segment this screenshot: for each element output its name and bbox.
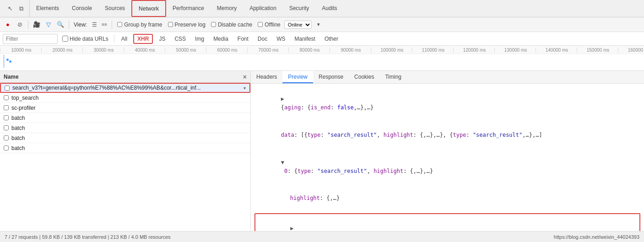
tick-130000: 130000 ms (494, 48, 536, 53)
request-name-7: batch (11, 145, 247, 151)
request-dropdown-arrow[interactable]: ▾ (244, 86, 246, 91)
stop-button[interactable]: ⊘ (15, 20, 25, 30)
preserve-log-checkbox[interactable]: Preserve log (168, 22, 206, 28)
toolbar-separator-2 (69, 21, 69, 29)
list-item[interactable]: batch (0, 133, 250, 143)
status-bar: 7 / 27 requests | 59.8 KB / 139 KB trans… (0, 231, 644, 242)
detail-panel: Headers Preview Response Cookies Timing … (251, 71, 644, 231)
json-arrow-object[interactable]: ▶ (290, 225, 293, 231)
request-checkbox-5[interactable] (4, 125, 9, 130)
json-line-highlight: highlight: {,…} (254, 185, 640, 212)
filter-bar: Hide data URLs All XHR JS CSS Img Media … (0, 32, 644, 46)
type-doc[interactable]: Doc (254, 35, 271, 43)
type-other[interactable]: Other (321, 35, 341, 43)
status-left: 7 / 27 requests | 59.8 KB / 139 KB trans… (5, 234, 171, 240)
timeline-dot-2 (9, 60, 11, 63)
request-checkbox-4[interactable] (4, 115, 9, 120)
tab-audits[interactable]: Audits (315, 0, 343, 17)
record-button[interactable]: ● (3, 20, 13, 30)
request-checkbox-3[interactable] (4, 105, 9, 110)
throttle-dropdown-icon[interactable]: ▼ (314, 20, 324, 30)
tick-50000: 50000 ms (165, 48, 206, 53)
request-name-4: batch (11, 115, 247, 121)
request-checkbox-6[interactable] (4, 135, 9, 140)
tick-160000: 160000 ms (618, 48, 644, 53)
tab-sources[interactable]: Sources (98, 0, 131, 17)
type-css[interactable]: CSS (171, 35, 189, 43)
request-checkbox-2[interactable] (4, 95, 9, 100)
detail-tab-bar: Headers Preview Response Cookies Timing (251, 71, 644, 84)
list-item[interactable]: batch (0, 123, 250, 133)
tick-30000: 30000 ms (82, 48, 124, 53)
filter-separator (114, 35, 114, 43)
selected-request-item[interactable]: search_v3?t=general&q=python%E7%88%AC%E8… (0, 83, 250, 93)
tab-cookies[interactable]: Cookies (349, 71, 379, 83)
tick-60000: 60000 ms (206, 48, 247, 53)
request-name-5: batch (11, 125, 247, 131)
devtools-icons: ↖ ⧉ (2, 0, 30, 17)
type-all[interactable]: All (118, 35, 130, 43)
main-content: Name × search_v3?t=general&q=python%E7%8… (0, 71, 644, 231)
disable-cache-checkbox[interactable]: Disable cache (211, 22, 252, 28)
network-toolbar: ● ⊘ 🎥 ▽ 🔍 View: ☰ ≡≡ Group by frame Pres… (0, 17, 644, 32)
name-column-header: Name (4, 74, 19, 80)
request-name-6: batch (11, 135, 247, 141)
tick-20000: 20000 ms (41, 48, 82, 53)
tab-timing[interactable]: Timing (379, 71, 407, 83)
json-arrow-0[interactable]: ▼ (281, 159, 284, 166)
tab-headers[interactable]: Headers (251, 71, 282, 83)
tab-security[interactable]: Security (283, 0, 315, 17)
timeline-marker (4, 55, 4, 68)
list-item[interactable]: sc-profiler (0, 103, 250, 113)
close-detail-button[interactable]: × (243, 73, 247, 81)
toolbar-separator-3 (112, 21, 112, 29)
tick-10000: 10000 ms (0, 48, 41, 53)
type-manifest[interactable]: Manifest (292, 35, 319, 43)
waterfall-view-icon[interactable]: ≡≡ (100, 21, 108, 29)
tab-application[interactable]: Application (243, 0, 283, 17)
timeline-ruler: 10000 ms 20000 ms 30000 ms 40000 ms 5000… (0, 46, 644, 54)
group-by-frame-checkbox[interactable]: Group by frame (117, 22, 162, 28)
json-arrow-aging[interactable]: ▶ (281, 96, 284, 102)
camera-button[interactable]: 🎥 (32, 20, 42, 30)
type-font[interactable]: Font (234, 35, 252, 43)
request-checkbox-7[interactable] (4, 145, 9, 151)
request-name-2: top_search (11, 95, 247, 101)
json-preview-content: ▶ {aging: {is_end: false,…},…} data: [{t… (251, 84, 644, 231)
type-xhr[interactable]: XHR (133, 34, 153, 44)
tab-memory[interactable]: Memory (211, 0, 243, 17)
cursor-icon[interactable]: ↖ (5, 4, 15, 13)
filter-input[interactable] (3, 34, 58, 44)
filter-button[interactable]: ▽ (43, 20, 54, 30)
tab-network[interactable]: Network (131, 0, 166, 17)
timeline-area: 10000 ms 20000 ms 30000 ms 40000 ms 5000… (0, 46, 644, 71)
type-media[interactable]: Media (210, 35, 232, 43)
json-line-data: data: [{type: "search_result", highlight… (254, 122, 640, 149)
request-checkbox-selected[interactable] (5, 86, 10, 91)
hide-data-urls-checkbox[interactable]: Hide data URLs (60, 35, 110, 43)
tab-preview[interactable]: Preview (282, 71, 313, 83)
tab-response[interactable]: Response (313, 71, 349, 83)
network-throttle-select[interactable]: Online (284, 21, 312, 29)
tab-console[interactable]: Console (65, 0, 98, 17)
type-img[interactable]: Img (192, 35, 207, 43)
request-list: Name × search_v3?t=general&q=python%E7%8… (0, 71, 251, 231)
json-line-object: ▶ object: {id: "28118062", title: "自己<em… (257, 215, 638, 231)
offline-checkbox[interactable]: Offline (258, 22, 280, 28)
tab-elements[interactable]: Elements (30, 0, 65, 17)
tick-120000: 120000 ms (453, 48, 494, 53)
list-view-icon[interactable]: ☰ (90, 21, 98, 29)
toolbar-separator-1 (28, 21, 28, 29)
tick-100000: 100000 ms (371, 48, 412, 53)
type-js[interactable]: JS (156, 35, 168, 43)
list-item[interactable]: top_search (0, 93, 250, 103)
dock-icon[interactable]: ⧉ (16, 4, 26, 13)
tab-performance[interactable]: Performance (166, 0, 211, 17)
highlighted-json-block: ▶ object: {id: "28118062", title: "自己<em… (254, 213, 640, 231)
list-item[interactable]: batch (0, 113, 250, 123)
tick-140000: 140000 ms (536, 48, 577, 53)
search-button[interactable]: 🔍 (55, 20, 65, 30)
list-item[interactable]: batch (0, 143, 250, 153)
timeline-dot-1 (6, 59, 9, 61)
type-ws[interactable]: WS (273, 35, 288, 43)
